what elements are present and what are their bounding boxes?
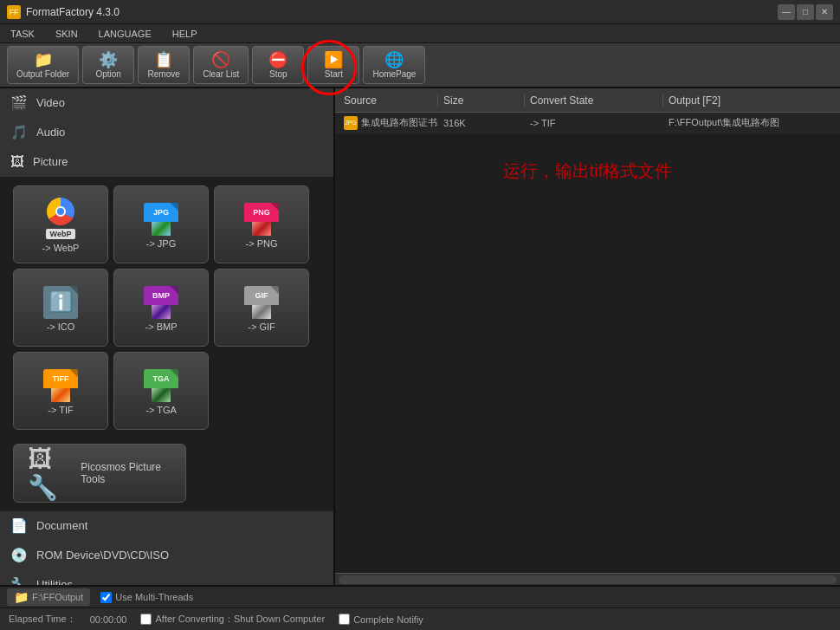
menu-task[interactable]: TASK <box>7 27 38 41</box>
complete-notify-input[interactable] <box>339 614 350 625</box>
menu-skin[interactable]: SKIN <box>52 27 81 41</box>
multi-threads-input[interactable] <box>100 592 112 603</box>
menu-language[interactable]: LANGUAGE <box>95 27 155 41</box>
chinese-annotation: 运行，输出tif格式文件 <box>335 159 840 183</box>
content-area: Source Size Convert State Output [F2] JP… <box>335 88 840 585</box>
stop-icon: ⛔ <box>268 52 288 68</box>
webp-chrome-icon <box>47 198 74 225</box>
tile-webp-label: -> WebP <box>42 243 80 253</box>
stop-button[interactable]: ⛔ Stop <box>252 46 304 84</box>
start-button[interactable]: ▶️ Start <box>307 46 359 84</box>
cell-convert-state: -> TIF <box>525 118 663 128</box>
toolbar: 📁 Output Folder ⚙️ Option 📋 Remove 🚫 Cle… <box>0 43 840 88</box>
format-tile-gif[interactable]: GIF -> GIF <box>214 269 309 347</box>
remove-icon: 📋 <box>154 52 173 68</box>
multi-threads-checkbox[interactable]: Use Multi-Threads <box>100 592 193 603</box>
elapsed-time-label: Elapsed Time： <box>9 613 76 626</box>
format-tile-picosmos[interactable]: 🖼🔧 Picosmos Picture Tools <box>13 444 186 503</box>
cell-size: 316K <box>438 118 525 128</box>
format-tile-ico[interactable]: ℹ️ -> ICO <box>13 269 108 347</box>
sidebar-audio-label: Audio <box>36 126 65 139</box>
table-header: Source Size Convert State Output [F2] <box>335 88 840 113</box>
picture-icon: 🖼 <box>10 154 24 170</box>
output-folder-button[interactable]: 📁 Output Folder <box>7 46 79 84</box>
elapsed-time-value: 00:00:00 <box>90 614 127 625</box>
picture-format-grid: WebP -> WebP JPG -> JPG PNG <box>0 177 333 438</box>
close-button[interactable]: ✕ <box>816 4 833 20</box>
start-icon: ▶️ <box>324 52 343 68</box>
sidebar-item-picture[interactable]: 🖼 Picture <box>0 147 333 177</box>
format-tile-png[interactable]: PNG -> PNG <box>214 185 309 263</box>
output-folder-icon: 📁 <box>34 52 53 68</box>
sidebar-item-video[interactable]: 🎬 Video <box>0 88 333 118</box>
format-tile-tga[interactable]: TGA -> TGA <box>113 352 209 430</box>
app-icon: FF <box>7 5 21 19</box>
sidebar-utilities-label: Utilities <box>36 578 73 585</box>
homepage-icon: 🌐 <box>384 52 404 68</box>
cell-output: F:\FFOutput\集成电路布图 <box>663 116 837 129</box>
picosmos-label: Picosmos Picture Tools <box>81 461 171 485</box>
video-icon: 🎬 <box>10 94 28 111</box>
menubar: TASK SKIN LANGUAGE HELP <box>0 24 840 43</box>
sidebar: 🎬 Video 🎵 Audio 🖼 Picture <box>0 88 335 585</box>
option-button[interactable]: ⚙️ Option <box>82 46 134 84</box>
col-output: Output [F2] <box>663 94 837 107</box>
multi-threads-label: Use Multi-Threads <box>115 592 193 602</box>
png-icon-box: PNG <box>244 203 279 236</box>
sidebar-item-audio[interactable]: 🎵 Audio <box>0 118 333 147</box>
file-icon: JPG <box>344 116 358 130</box>
after-converting-input[interactable] <box>140 614 152 625</box>
picosmos-icon: 🖼🔧 <box>28 445 74 502</box>
after-converting-label: After Converting：Shut Down Computer <box>155 613 325 626</box>
sidebar-video-label: Video <box>36 96 65 109</box>
gif-icon-box: GIF <box>244 286 279 319</box>
format-tile-tif[interactable]: TIFF -> TIF <box>13 352 108 430</box>
maximize-button[interactable]: □ <box>797 4 814 20</box>
format-tile-webp[interactable]: WebP -> WebP <box>13 185 108 263</box>
window-controls: — □ ✕ <box>778 4 833 20</box>
col-size: Size <box>438 94 525 107</box>
webp-label-overlay: WebP <box>46 229 76 239</box>
col-convert-state: Convert State <box>525 94 663 107</box>
statusbar-bottom: Elapsed Time： 00:00:00 After Converting：… <box>0 607 840 630</box>
app-title: FormatFactory 4.3.0 <box>26 6 120 18</box>
sidebar-rom-label: ROM Device\DVD\CD\ISO <box>36 549 169 562</box>
menu-help[interactable]: HELP <box>169 27 201 41</box>
jpg-icon-box: JPG <box>144 203 178 236</box>
main-area: 🎬 Video 🎵 Audio 🖼 Picture <box>0 88 840 585</box>
homepage-button[interactable]: 🌐 HomePage <box>363 46 425 84</box>
bmp-icon-box: BMP <box>144 286 178 319</box>
clear-list-icon: 🚫 <box>211 52 230 68</box>
tif-icon-box: TIFF <box>43 369 78 402</box>
col-source: Source <box>339 94 438 107</box>
ico-icon-box: ℹ️ <box>43 286 78 319</box>
format-tile-bmp[interactable]: BMP -> BMP <box>113 269 209 347</box>
format-tile-jpg[interactable]: JPG -> JPG <box>113 185 209 263</box>
after-converting-checkbox[interactable]: After Converting：Shut Down Computer <box>140 613 325 626</box>
rom-icon: 💿 <box>10 547 28 563</box>
sidebar-item-rom[interactable]: 💿 ROM Device\DVD\CD\ISO <box>0 541 333 570</box>
output-folder-status[interactable]: 📁 F:\FFOutput <box>7 588 90 606</box>
sidebar-item-document[interactable]: 📄 Document <box>0 511 333 541</box>
audio-icon: 🎵 <box>10 124 28 140</box>
sidebar-item-utilities[interactable]: 🔧 Utilities <box>0 570 333 585</box>
cell-source: JPG 集成电路布图证书2.jpg <box>339 116 438 130</box>
minimize-button[interactable]: — <box>778 4 795 20</box>
scrollbar-track <box>339 575 837 584</box>
sidebar-document-label: Document <box>36 519 87 532</box>
table-row[interactable]: JPG 集成电路布图证书2.jpg 316K -> TIF F:\FFOutpu… <box>335 113 840 133</box>
sidebar-picture-label: Picture <box>33 155 68 168</box>
horizontal-scrollbar[interactable] <box>335 573 840 585</box>
remove-button[interactable]: 📋 Remove <box>138 46 190 84</box>
statusbar-top: 📁 F:\FFOutput Use Multi-Threads <box>0 585 840 607</box>
clear-list-button[interactable]: 🚫 Clear List <box>193 46 249 84</box>
tile-ico-label: -> ICO <box>47 321 75 332</box>
tile-bmp-label: -> BMP <box>145 321 178 332</box>
tile-jpg-label: -> JPG <box>146 238 177 249</box>
tga-icon-box: TGA <box>144 369 178 402</box>
tile-gif-label: -> GIF <box>248 321 275 332</box>
titlebar: FF FormatFactory 4.3.0 — □ ✕ <box>0 0 840 24</box>
output-folder-path: F:\FFOutput <box>32 592 83 602</box>
tile-tif-label: -> TIF <box>48 405 73 415</box>
complete-notify-checkbox[interactable]: Complete Notifiy <box>339 614 423 625</box>
